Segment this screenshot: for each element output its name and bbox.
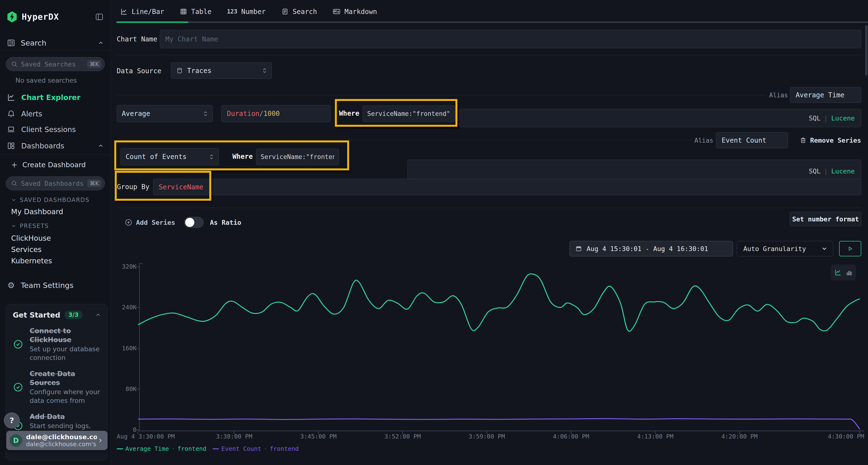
search-icon xyxy=(11,61,18,67)
sidebar-section-label: Search xyxy=(21,38,98,47)
search-panel-icon xyxy=(7,38,16,47)
task-title: Connect to ClickHouse xyxy=(30,327,101,344)
annotation-highlight-series-2 xyxy=(114,140,349,170)
saved-searches-input[interactable] xyxy=(21,61,87,68)
sidebar-item-chart-explorer[interactable]: Chart Explorer xyxy=(7,92,104,103)
annotation-highlight-where-1 xyxy=(335,99,457,127)
get-started-item[interactable]: Create Data Sources Configure where your… xyxy=(13,369,101,405)
user-menu[interactable]: D dale@clickhouse.com dale@clickhouse.co… xyxy=(6,431,107,450)
presets-header[interactable]: PRESETS xyxy=(11,222,104,230)
chevron-up-icon[interactable] xyxy=(98,143,104,149)
saved-searches-search[interactable]: ⌘K xyxy=(6,57,105,71)
search-icon xyxy=(11,180,18,187)
plus-icon: + xyxy=(11,160,18,169)
shortcut-badge: ⌘K xyxy=(87,60,101,68)
chevron-down-icon xyxy=(11,223,17,229)
help-button[interactable]: ? xyxy=(4,412,20,428)
hyperdx-logo-icon xyxy=(7,11,18,23)
no-saved-searches-note: No saved searches xyxy=(16,77,104,84)
sidebar-item-my-dashboard[interactable]: My Dashboard xyxy=(11,207,104,217)
check-circle-icon xyxy=(13,339,23,350)
sidebar-item-dashboards[interactable]: Dashboards xyxy=(7,140,104,151)
saved-dashboards-input[interactable] xyxy=(21,180,87,187)
sidebar-item-clickhouse[interactable]: ClickHouse xyxy=(11,233,104,243)
sidebar: HyperDX Search ⌘K No saved searches Char… xyxy=(0,0,111,465)
sidebar-section-search[interactable]: Search xyxy=(7,38,104,48)
chevron-up-icon[interactable] xyxy=(98,40,104,46)
get-started-item[interactable]: Connect to ClickHouse Set up your databa… xyxy=(13,327,101,362)
check-circle-icon xyxy=(13,382,23,393)
bell-icon xyxy=(7,109,16,118)
chevron-up-icon[interactable] xyxy=(95,312,101,318)
sidebar-item-client-sessions[interactable]: Client Sessions xyxy=(7,124,104,135)
series-line-event-count[interactable] xyxy=(138,419,860,429)
chart-line-icon xyxy=(7,93,16,102)
saved-dashboards-header[interactable]: SAVED DASHBOARDS xyxy=(11,196,104,204)
task-title: Create Data Sources xyxy=(30,369,101,387)
get-started-header[interactable]: Get Started 3/3 xyxy=(13,310,101,319)
laptop-icon xyxy=(7,125,16,134)
avatar: D xyxy=(10,434,22,447)
annotation-highlight-group-by xyxy=(115,171,211,201)
saved-dashboards-search[interactable]: ⌘K xyxy=(6,176,105,190)
dashboard-grid-icon xyxy=(7,141,16,150)
chevron-right-icon xyxy=(97,437,104,444)
gear-icon: ⚙ xyxy=(7,280,16,290)
sidebar-item-team-settings[interactable]: ⚙ Team Settings xyxy=(7,280,104,291)
user-email: dale@clickhouse.com xyxy=(26,433,97,441)
divider xyxy=(0,50,111,50)
series-line-average-time[interactable] xyxy=(138,274,860,331)
timeseries-chart[interactable] xyxy=(0,0,868,465)
divider xyxy=(0,155,111,155)
sidebar-item-alerts[interactable]: Alerts xyxy=(7,108,104,119)
app-title: HyperDX xyxy=(22,12,59,22)
task-description: Configure where your data comes from xyxy=(30,388,101,405)
task-title: Add Data xyxy=(30,412,101,421)
task-description: Set up your database connection xyxy=(30,345,101,362)
chevron-down-icon xyxy=(11,197,17,203)
collapse-sidebar-icon[interactable] xyxy=(95,12,104,22)
logo-row: HyperDX xyxy=(7,10,104,24)
sidebar-item-kubernetes[interactable]: Kubernetes xyxy=(11,256,104,266)
progress-badge: 3/3 xyxy=(65,310,83,319)
get-started-title: Get Started xyxy=(13,311,60,319)
user-subtitle: dale@clickhouse.com's xyxy=(26,441,97,447)
shortcut-badge: ⌘K xyxy=(87,179,101,187)
create-dashboard-button[interactable]: + Create Dashboard xyxy=(11,160,104,170)
sidebar-item-services[interactable]: Services xyxy=(11,244,104,254)
